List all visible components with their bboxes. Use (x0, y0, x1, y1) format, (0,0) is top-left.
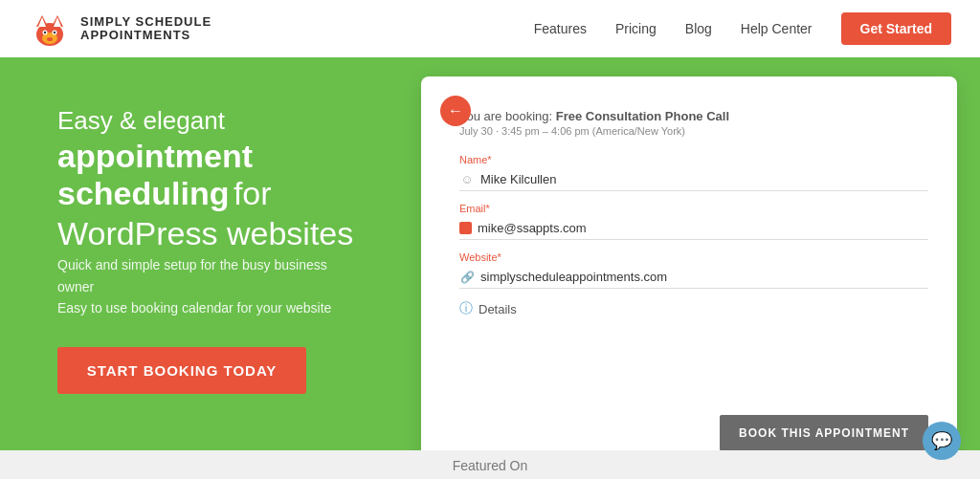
logo-fox-icon (29, 8, 71, 50)
nav-features[interactable]: Features (534, 21, 587, 36)
website-input-row: 🔗 (459, 266, 928, 289)
get-started-button[interactable]: Get Started (841, 12, 951, 45)
booking-info: You are booking: Free Consultation Phone… (450, 99, 928, 317)
brand-text: SIMPLY SCHEDULE APPOINTMENTS (80, 15, 212, 43)
website-field: Website* 🔗 (459, 251, 928, 289)
info-icon: ⓘ (459, 300, 473, 317)
website-input[interactable] (480, 270, 928, 284)
nav-links: Features Pricing Blog Help Center Get St… (534, 12, 951, 45)
hero-left: Easy & elegant appointment scheduling fo… (0, 57, 402, 479)
logo[interactable]: SIMPLY SCHEDULE APPOINTMENTS (29, 8, 212, 50)
back-button[interactable]: ← (440, 96, 471, 126)
chat-icon: 💬 (931, 430, 952, 451)
email-field: Email* (459, 203, 928, 240)
svg-point-8 (44, 32, 46, 33)
hero-title-for: for (234, 175, 272, 211)
book-appointment-button[interactable]: BOOK THIS APPOINTMENT (720, 415, 928, 451)
hero-title-bold: appointment (57, 138, 253, 174)
svg-point-10 (47, 37, 53, 41)
booking-card: ← You are booking: Free Consultation Pho… (421, 76, 957, 478)
hero-description: Quick and simple setup for the busy busi… (57, 254, 364, 318)
booking-date: July 30 · 3:45 pm – 4:06 pm (America/New… (459, 125, 928, 137)
brand-line2: APPOINTMENTS (80, 29, 212, 42)
featured-bar: Featured On (0, 450, 980, 479)
name-label: Name* (459, 154, 928, 165)
nav-help-center[interactable]: Help Center (741, 21, 813, 36)
navigation: SIMPLY SCHEDULE APPOINTMENTS Features Pr… (0, 0, 980, 57)
hero-section: Easy & elegant appointment scheduling fo… (0, 57, 980, 479)
details-row: ⓘ Details (459, 300, 928, 317)
brand-line1: SIMPLY SCHEDULE (80, 15, 212, 29)
hero-subtitle: Easy & elegant (57, 105, 364, 138)
start-booking-button[interactable]: START BOOKING TODAY (57, 347, 306, 394)
website-label: Website* (459, 251, 928, 263)
email-icon (459, 222, 472, 234)
hero-title-line2: WordPress websites (57, 215, 353, 251)
link-icon: 🔗 (459, 271, 475, 284)
nav-pricing[interactable]: Pricing (615, 21, 657, 36)
name-input[interactable] (480, 172, 928, 186)
name-input-row: ☺ (459, 168, 928, 191)
booking-label: You are booking: Free Consultation Phone… (459, 109, 928, 123)
nav-blog[interactable]: Blog (685, 21, 712, 36)
hero-title: appointment scheduling for WordPress web… (57, 138, 364, 254)
person-icon: ☺ (459, 172, 475, 186)
email-input[interactable] (478, 221, 928, 235)
details-label: Details (479, 302, 517, 316)
hero-right: ← You are booking: Free Consultation Pho… (402, 57, 980, 479)
svg-point-9 (54, 32, 56, 33)
name-field: Name* ☺ (459, 154, 928, 191)
hero-title-bold2: scheduling (57, 175, 229, 211)
email-label: Email* (459, 203, 928, 214)
chat-bubble[interactable]: 💬 (923, 422, 961, 460)
email-input-row (459, 217, 928, 240)
